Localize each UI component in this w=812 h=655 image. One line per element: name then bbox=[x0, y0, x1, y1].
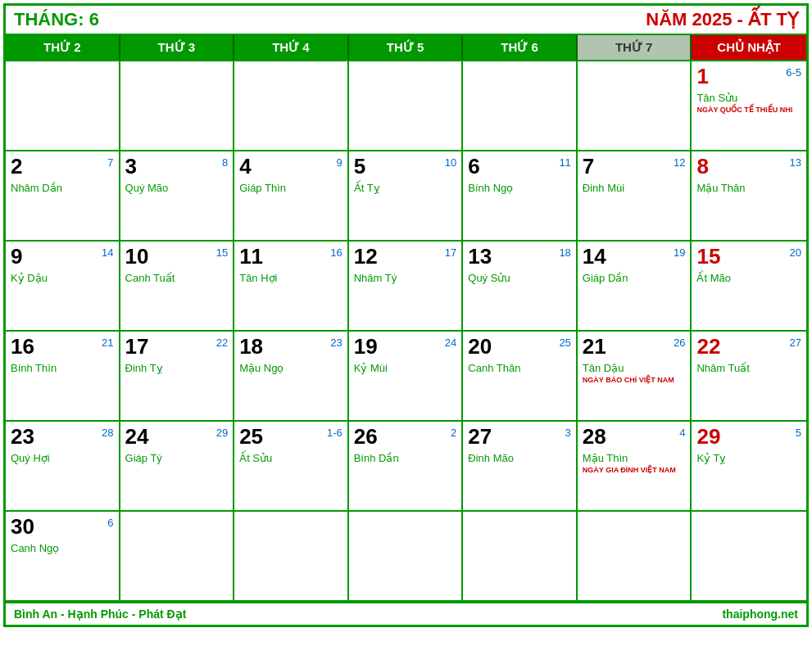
lunar-number: 24 bbox=[445, 337, 456, 349]
lunar-name: Giáp Tý bbox=[125, 452, 229, 464]
lunar-number: 12 bbox=[674, 156, 685, 169]
day-cell: 262Bính Dần bbox=[349, 422, 464, 512]
day-cell: 251-6Ất Sửu bbox=[234, 422, 349, 512]
day-cell: 2328Quý Hợi bbox=[6, 422, 120, 512]
day-number: 16 bbox=[11, 335, 114, 359]
day-cell bbox=[120, 512, 235, 602]
lunar-number: 26 bbox=[674, 337, 685, 349]
lunar-number: 18 bbox=[559, 246, 570, 259]
lunar-name: Nhâm Tý bbox=[354, 272, 457, 284]
day-cell: 712Đinh Mùi bbox=[578, 151, 692, 242]
day-cell: 813Mậu Thân bbox=[692, 151, 806, 242]
day-cell: 306Canh Ngọ bbox=[6, 512, 120, 602]
day-header-thứ-4: THỨ 4 bbox=[234, 35, 349, 60]
lunar-number: 16 bbox=[330, 246, 342, 259]
day-number: 10 bbox=[125, 245, 229, 269]
day-number: 9 bbox=[11, 245, 114, 269]
lunar-number: 13 bbox=[790, 156, 801, 169]
lunar-name: Mậu Ngọ bbox=[239, 362, 342, 374]
day-number: 21 bbox=[583, 335, 686, 359]
lunar-name: Bính Thìn bbox=[11, 362, 114, 374]
lunar-number: 9 bbox=[336, 156, 342, 169]
lunar-name: Đinh Mùi bbox=[583, 182, 686, 194]
day-cell: 1823Mậu Ngọ bbox=[234, 332, 349, 422]
lunar-name: Giáp Dần bbox=[583, 272, 686, 284]
day-number: 30 bbox=[11, 515, 114, 539]
day-cell: 1116Tân Hợi bbox=[234, 242, 349, 332]
day-cell: 2025Canh Thân bbox=[463, 332, 578, 422]
footer: Bình An - Hạnh Phúc - Phát Đạt thaiphong… bbox=[6, 602, 806, 625]
lunar-number: 8 bbox=[222, 156, 228, 169]
lunar-name: Kỷ Dậu bbox=[11, 272, 114, 284]
lunar-name: Mậu Thân bbox=[696, 182, 801, 194]
lunar-number: 15 bbox=[216, 246, 228, 259]
day-cell: 49Giáp Thìn bbox=[234, 151, 349, 242]
day-cell: 273Đinh Mão bbox=[463, 422, 578, 512]
day-cell: 1621Bính Thìn bbox=[6, 332, 120, 422]
special-note: NGÀY GIA ĐÌNH VIỆT NAM bbox=[583, 466, 686, 475]
day-cell: 284Mậu ThìnNGÀY GIA ĐÌNH VIỆT NAM bbox=[578, 422, 692, 512]
lunar-number: 14 bbox=[102, 246, 113, 259]
footer-right: thaiphong.net bbox=[722, 608, 798, 621]
day-number: 12 bbox=[354, 245, 457, 269]
day-header-chủ-nhật: CHỦ NHẬT bbox=[692, 35, 806, 60]
day-number: 6 bbox=[468, 155, 571, 178]
lunar-number: 6 bbox=[107, 517, 113, 529]
day-cell bbox=[120, 61, 235, 151]
day-number: 8 bbox=[696, 155, 801, 178]
lunar-number: 4 bbox=[679, 427, 685, 439]
day-number: 2 bbox=[11, 155, 114, 178]
lunar-name: Quý Mão bbox=[125, 182, 229, 194]
lunar-name: Ất Tỵ bbox=[354, 182, 457, 194]
lunar-name: Đinh Mão bbox=[468, 452, 571, 464]
day-cell bbox=[234, 61, 349, 151]
day-number: 28 bbox=[583, 425, 686, 449]
calendar: THÁNG: 6 NĂM 2025 - ẤT TỴ THỨ 2THỨ 3THỨ … bbox=[3, 3, 809, 627]
day-number: 5 bbox=[354, 155, 457, 178]
header: THÁNG: 6 NĂM 2025 - ẤT TỴ bbox=[6, 6, 806, 34]
day-cell bbox=[463, 61, 578, 151]
lunar-name: Quý Hợi bbox=[11, 452, 114, 464]
lunar-number: 7 bbox=[107, 156, 113, 169]
day-number: 11 bbox=[239, 245, 342, 269]
day-cell: 295Kỷ Tỵ bbox=[692, 422, 806, 512]
lunar-name: Tân Dậu bbox=[583, 362, 686, 374]
day-cell bbox=[349, 61, 464, 151]
day-cell bbox=[578, 512, 692, 602]
day-cell: 1015Canh Tuất bbox=[120, 242, 235, 332]
calendar-grid: 16-5Tân SửuNGÀY QUỐC TẾ THIẾU NHI27Nhâm … bbox=[6, 60, 806, 602]
lunar-name: Giáp Thìn bbox=[239, 182, 342, 194]
day-number: 24 bbox=[125, 425, 229, 449]
lunar-name: Bính Dần bbox=[354, 452, 457, 464]
day-number: 26 bbox=[354, 425, 457, 449]
lunar-number: 5 bbox=[796, 427, 801, 439]
day-header-thứ-5: THỨ 5 bbox=[349, 35, 464, 60]
lunar-name: Bính Ngọ bbox=[468, 182, 571, 194]
day-number: 27 bbox=[468, 425, 571, 449]
day-cell: 1217Nhâm Tý bbox=[349, 242, 464, 332]
lunar-number: 19 bbox=[674, 246, 685, 259]
day-header-thứ-3: THỨ 3 bbox=[120, 35, 235, 60]
day-number: 3 bbox=[125, 155, 229, 178]
day-cell: 1318Quý Sửu bbox=[463, 242, 578, 332]
lunar-name: Ất Sửu bbox=[239, 452, 342, 464]
day-number: 7 bbox=[583, 155, 686, 178]
day-cell bbox=[349, 512, 464, 602]
lunar-number: 2 bbox=[451, 427, 456, 439]
lunar-name: Tân Hợi bbox=[239, 272, 342, 284]
lunar-name: Canh Ngọ bbox=[11, 542, 114, 554]
day-cell: 1722Đinh Tỵ bbox=[120, 332, 235, 422]
day-number: 23 bbox=[11, 425, 114, 449]
day-headers: THỨ 2THỨ 3THỨ 4THỨ 5THỨ 6THỨ 7CHỦ NHẬT bbox=[6, 34, 806, 60]
lunar-number: 27 bbox=[790, 337, 801, 349]
day-cell bbox=[463, 512, 578, 602]
day-cell: 2227Nhâm Tuất bbox=[692, 332, 806, 422]
day-number: 17 bbox=[125, 335, 229, 359]
month-label: THÁNG: 6 bbox=[14, 9, 99, 30]
day-cell bbox=[234, 512, 349, 602]
lunar-number: 23 bbox=[330, 337, 342, 349]
day-header-thứ-6: THỨ 6 bbox=[463, 35, 578, 60]
lunar-name: Kỷ Mùi bbox=[354, 362, 457, 374]
day-cell: 1924Kỷ Mùi bbox=[349, 332, 464, 422]
lunar-name: Canh Thân bbox=[468, 362, 571, 374]
